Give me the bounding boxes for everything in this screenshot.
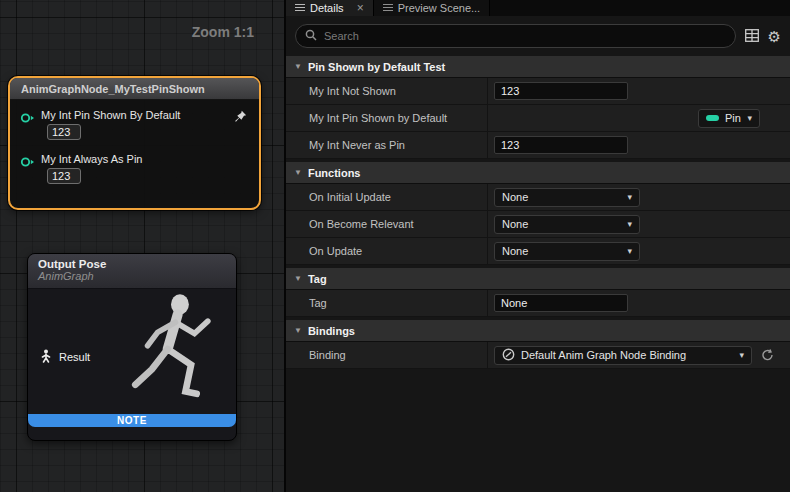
int-pin-icon[interactable] <box>20 110 35 128</box>
pin-label: My Int Always As Pin <box>41 153 259 165</box>
search-input[interactable] <box>324 30 726 42</box>
dropdown-value: Default Anim Graph Node Binding <box>521 349 686 361</box>
category-functions: ▼ Functions On Initial Update None ▾ On … <box>286 162 790 265</box>
anim-graph-canvas[interactable]: Zoom 1:1 AnimGraphNode_MyTestPinShown My… <box>0 0 284 492</box>
reset-to-default-icon[interactable] <box>761 349 774 361</box>
tab-preview-scene[interactable]: Preview Scene... <box>374 0 491 16</box>
row-my-int-never-as-pin: My Int Never as Pin <box>286 132 790 159</box>
pin-icon <box>706 115 719 121</box>
chevron-down-icon[interactable]: ▼ <box>294 62 302 71</box>
category-header[interactable]: ▼ Bindings <box>286 320 790 342</box>
row-my-int-pin-shown-by-default: My Int Pin Shown by Default Pin ▾ <box>286 105 790 132</box>
unreal-editor-window: Zoom 1:1 AnimGraphNode_MyTestPinShown My… <box>0 0 790 492</box>
row-tag: Tag <box>286 290 790 317</box>
tab-label: Preview Scene... <box>398 2 481 14</box>
my-int-never-as-pin-input[interactable] <box>494 136 628 154</box>
row-my-int-not-shown: My Int Not Shown <box>286 78 790 105</box>
category-pin-shown-by-default-test: ▼ Pin Shown by Default Test My Int Not S… <box>286 56 790 159</box>
dropdown-value: None <box>502 218 528 230</box>
property-label: Binding <box>286 342 487 368</box>
grid-view-icon[interactable] <box>745 29 759 44</box>
tag-input[interactable] <box>494 294 628 312</box>
category-tag: ▼ Tag Tag <box>286 268 790 317</box>
pin-value-input[interactable] <box>47 124 81 140</box>
property-label: On Initial Update <box>286 184 487 210</box>
row-on-initial-update: On Initial Update None ▾ <box>286 184 790 211</box>
row-on-become-relevant: On Become Relevant None ▾ <box>286 211 790 238</box>
property-label: On Become Relevant <box>286 211 487 237</box>
pose-pin-icon[interactable] <box>40 349 52 365</box>
result-pin[interactable]: Result <box>40 349 90 365</box>
binding-icon <box>502 348 515 363</box>
property-label: Tag <box>286 290 487 316</box>
close-icon[interactable]: × <box>357 2 364 14</box>
details-panel: Details × Preview Scene... <box>284 0 790 492</box>
int-pin-icon[interactable] <box>20 154 35 172</box>
zoom-level-label: Zoom 1:1 <box>192 24 254 40</box>
row-binding: Binding Default Anim Graph Node Binding … <box>286 342 790 369</box>
category-header[interactable]: ▼ Functions <box>286 162 790 184</box>
result-pin-label: Result <box>59 351 90 363</box>
pin-visibility-dropdown[interactable]: Pin ▾ <box>698 109 760 128</box>
chevron-down-icon: ▾ <box>739 350 744 360</box>
dropdown-value: None <box>502 191 528 203</box>
chevron-down-icon: ▾ <box>627 246 632 256</box>
category-header[interactable]: ▼ Tag <box>286 268 790 290</box>
note-banner[interactable]: NOTE <box>28 414 236 427</box>
dropdown-value: Pin <box>725 112 741 124</box>
property-label: My Int Never as Pin <box>286 132 487 158</box>
search-box[interactable] <box>295 24 736 48</box>
tab-bar: Details × Preview Scene... <box>286 0 790 16</box>
output-pose-header[interactable]: Output Pose AnimGraph <box>28 254 236 289</box>
my-int-not-shown-input[interactable] <box>494 82 628 100</box>
chevron-down-icon: ▾ <box>627 192 632 202</box>
pin-row-my-int-pin-shown-by-default: My Int Pin Shown By Default <box>10 109 259 140</box>
node-title: Output Pose <box>38 258 226 270</box>
pin-visibility-icon[interactable] <box>234 109 247 127</box>
row-on-update: On Update None ▾ <box>286 238 790 265</box>
category-bindings: ▼ Bindings Binding Default Anim Graph No… <box>286 320 790 369</box>
pin-value-input[interactable] <box>47 168 81 184</box>
settings-gear-icon[interactable]: ⚙ <box>768 29 781 44</box>
pin-label: My Int Pin Shown By Default <box>41 109 259 121</box>
on-initial-update-dropdown[interactable]: None ▾ <box>494 188 640 207</box>
search-icon <box>305 27 317 45</box>
node-subtitle: AnimGraph <box>38 270 226 282</box>
property-label: My Int Pin Shown by Default <box>286 105 487 131</box>
output-pose-preview: Result NOTE <box>28 289 236 427</box>
chevron-down-icon[interactable]: ▼ <box>294 168 302 177</box>
node-title[interactable]: AnimGraphNode_MyTestPinShown <box>10 78 259 100</box>
chevron-down-icon[interactable]: ▼ <box>294 274 302 283</box>
chevron-down-icon: ▾ <box>627 219 632 229</box>
preview-scene-tab-icon <box>383 2 393 14</box>
category-header[interactable]: ▼ Pin Shown by Default Test <box>286 56 790 78</box>
details-toolbar: ⚙ <box>286 16 790 56</box>
chevron-down-icon[interactable]: ▼ <box>294 326 302 335</box>
property-label: On Update <box>286 238 487 264</box>
node-animgraphnode-mytestpinshown[interactable]: AnimGraphNode_MyTestPinShown My Int Pin … <box>8 76 261 210</box>
on-update-dropdown[interactable]: None ▾ <box>494 242 640 261</box>
node-output-pose[interactable]: Output Pose AnimGraph <box>27 253 237 441</box>
mannequin-preview-image <box>112 291 230 429</box>
tab-label: Details <box>310 2 344 14</box>
chevron-down-icon: ▾ <box>747 113 752 123</box>
binding-dropdown[interactable]: Default Anim Graph Node Binding ▾ <box>494 346 752 365</box>
tab-details[interactable]: Details × <box>286 0 374 16</box>
details-tab-icon <box>295 2 305 14</box>
property-label: My Int Not Shown <box>286 78 487 104</box>
on-become-relevant-dropdown[interactable]: None ▾ <box>494 215 640 234</box>
pin-row-my-int-always-as-pin: My Int Always As Pin <box>10 153 259 184</box>
dropdown-value: None <box>502 245 528 257</box>
